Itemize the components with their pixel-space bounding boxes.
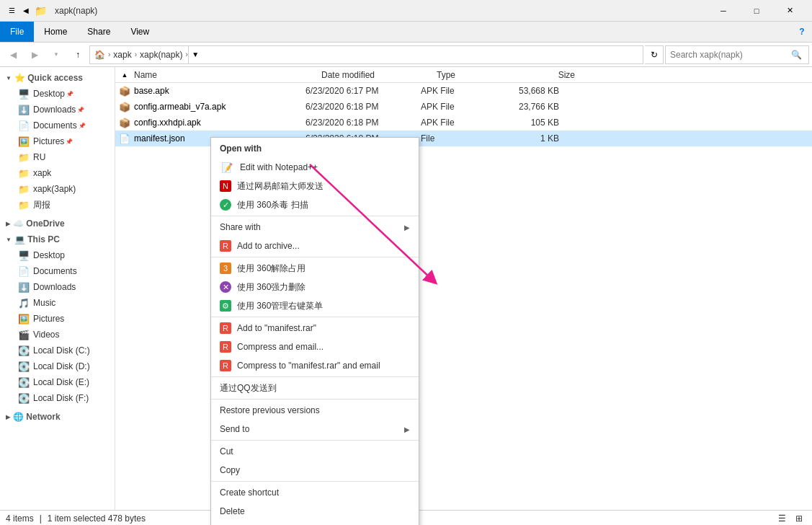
file-name-config-armeabi: config.armeabi_v7a.apk: [134, 102, 305, 112]
ctx-360-scan[interactable]: ✓ 使用 360杀毒 扫描: [211, 195, 419, 214]
file-row-base-apk[interactable]: 📦 base.apk 6/23/2020 6:17 PM APK File 53…: [115, 83, 812, 99]
file-date-config-armeabi: 6/23/2020 6:18 PM: [305, 102, 421, 112]
this-pc-text: 💻 This PC: [14, 234, 60, 244]
disk-e-icon: 💽: [17, 376, 30, 389]
sidebar-item-ru[interactable]: 📁 RU: [0, 149, 115, 165]
quick-access-label[interactable]: ▼ ⭐ Quick access: [0, 70, 115, 86]
up-button[interactable]: ↑: [68, 45, 88, 64]
ctx-share-arrow: ▶: [404, 224, 410, 231]
selection-status: 1 item selected 478 bytes: [48, 513, 146, 524]
ctx-rename[interactable]: Rename: [211, 521, 419, 525]
downloads-label-pc: Downloads: [33, 282, 76, 292]
sidebar-item-desktop-pc[interactable]: 🖥️ Desktop: [0, 247, 115, 263]
address-expand[interactable]: ▼: [188, 45, 202, 64]
ctx-qq-send-label: 通过QQ发送到: [220, 382, 410, 394]
item-count: 4 items: [6, 513, 34, 524]
onedrive-label[interactable]: ▶ ☁️ OneDrive: [0, 216, 115, 231]
sidebar-item-documents-pc[interactable]: 📄 Documents: [0, 263, 115, 279]
ctx-open-with[interactable]: Open with: [211, 139, 419, 158]
ctx-delete[interactable]: Delete: [211, 502, 419, 521]
pictures-label-pc: Pictures: [33, 314, 64, 324]
sidebar-item-pictures-quick[interactable]: 🖼️ Pictures 📌: [0, 133, 115, 149]
help-button[interactable]: ?: [792, 22, 812, 42]
ctx-create-shortcut[interactable]: Create shortcut: [211, 483, 419, 502]
ctx-qq-send[interactable]: 通过QQ发送到: [211, 379, 419, 397]
ctx-netease-mail[interactable]: N 通过网易邮箱大师发送: [211, 177, 419, 195]
tab-file[interactable]: File: [0, 22, 34, 42]
tab-view[interactable]: View: [120, 22, 159, 42]
quick-access-text: ⭐ Quick access: [14, 73, 83, 83]
sidebar: ▼ ⭐ Quick access 🖥️ Desktop 📌 ⬇️ Downloa…: [0, 67, 115, 510]
ctx-add-to-archive[interactable]: R Add to archive...: [211, 237, 419, 255]
sidebar-item-downloads-quick[interactable]: ⬇️ Downloads 📌: [0, 102, 115, 118]
file-row-config-xxhdpi[interactable]: 📦 config.xxhdpi.apk 6/23/2020 6:18 PM AP…: [115, 115, 812, 131]
ctx-360scan-icon: ✓: [220, 199, 231, 211]
crumb-xapknapk[interactable]: xapk(napk): [140, 50, 182, 60]
documents-icon-pc: 📄: [17, 265, 30, 278]
ctx-sep2: [211, 257, 419, 257]
desktop-label-pc: Desktop: [33, 250, 65, 260]
sidebar-item-zhoubao[interactable]: 📁 周报: [0, 197, 115, 213]
ctx-add-rar[interactable]: R Add to "manifest.rar": [211, 319, 419, 338]
col-size-label: Size: [558, 70, 575, 80]
ctx-restore-versions[interactable]: Restore previous versions: [211, 401, 419, 420]
ctx-share-with[interactable]: Share with ▶: [211, 218, 419, 237]
tab-share[interactable]: Share: [77, 22, 120, 42]
ctx-send-to[interactable]: Send to ▶: [211, 420, 419, 438]
ctx-360release-label: 使用 360解除占用: [237, 262, 410, 275]
col-header-date[interactable]: Date modified: [318, 70, 434, 80]
search-box[interactable]: 🔍: [665, 45, 809, 64]
sidebar-item-downloads-pc[interactable]: ⬇️ Downloads: [0, 279, 115, 295]
file-name-config-xxhdpi: config.xxhdpi.apk: [134, 118, 305, 128]
xapk-label: xapk: [33, 168, 51, 178]
large-icons-button[interactable]: ⊞: [792, 511, 806, 526]
sidebar-item-disk-c[interactable]: 💽 Local Disk (C:): [0, 343, 115, 358]
ctx-360-delete[interactable]: ✕ 使用 360强力删除: [211, 278, 419, 296]
sidebar-item-xapk[interactable]: 📁 xapk: [0, 165, 115, 181]
sidebar-item-desktop-quick[interactable]: 🖥️ Desktop 📌: [0, 86, 115, 102]
col-header-type[interactable]: Type: [434, 70, 506, 80]
ctx-compress-email[interactable]: R Compress and email...: [211, 338, 419, 356]
tab-home[interactable]: Home: [34, 22, 77, 42]
title-bar: ☰ ◀ 📁 xapk(napk) ─ □ ✕: [0, 0, 812, 22]
sidebar-item-disk-f[interactable]: 💽 Local Disk (F:): [0, 390, 115, 406]
ctx-copy[interactable]: Copy: [211, 461, 419, 480]
ctx-cut-label: Cut: [220, 446, 410, 456]
ctx-compress-rar-email[interactable]: R Compress to "manifest.rar" and email: [211, 356, 419, 375]
ctx-edit-notepad-label: Edit with Notepad++: [240, 162, 410, 172]
network-label[interactable]: ▶ 🌐 Network: [0, 409, 115, 425]
search-input[interactable]: [670, 50, 789, 60]
search-icon[interactable]: 🔍: [789, 50, 804, 60]
ctx-360-manage[interactable]: ⚙ 使用 360管理右键菜单: [211, 296, 419, 315]
ctx-360manage-icon: ⚙: [220, 300, 231, 312]
pin-icon-downloads: 📌: [77, 107, 84, 113]
col-header-name[interactable]: Name: [131, 70, 318, 80]
ctx-compress-rar-email-label: Compress to "manifest.rar" and email: [237, 361, 410, 371]
file-name-base-apk: base.apk: [134, 86, 305, 96]
refresh-button[interactable]: ↻: [645, 45, 664, 64]
ctx-edit-notepad[interactable]: 📝 Edit with Notepad++: [211, 158, 419, 177]
maximize-button[interactable]: □: [740, 0, 773, 22]
close-button[interactable]: ✕: [773, 0, 806, 22]
disk-f-icon: 💽: [17, 392, 30, 405]
sidebar-item-disk-d[interactable]: 💽 Local Disk (D:): [0, 358, 115, 374]
sidebar-item-documents-quick[interactable]: 📄 Documents 📌: [0, 118, 115, 133]
xapk3apk-label: xapk(3apk): [33, 184, 76, 194]
pin-icon-documents: 📌: [79, 123, 86, 129]
sidebar-item-videos[interactable]: 🎬 Videos: [0, 327, 115, 343]
address-bar[interactable]: 🏠 › xapk › xapk(napk) › ▼: [89, 45, 643, 64]
file-row-config-armeabi[interactable]: 📦 config.armeabi_v7a.apk 6/23/2020 6:18 …: [115, 99, 812, 115]
ctx-cut[interactable]: Cut: [211, 442, 419, 461]
ctx-360-release[interactable]: 3 使用 360解除占用: [211, 259, 419, 278]
crumb-separator2: ›: [135, 50, 137, 58]
crumb-xapk[interactable]: xapk: [113, 50, 131, 60]
col-header-size[interactable]: Size: [506, 70, 578, 80]
this-pc-label[interactable]: ▼ 💻 This PC: [0, 231, 115, 247]
sidebar-item-disk-e[interactable]: 💽 Local Disk (E:): [0, 374, 115, 390]
sidebar-item-xapk3apk[interactable]: 📁 xapk(3apk): [0, 181, 115, 197]
details-view-button[interactable]: ☰: [775, 511, 789, 526]
sidebar-item-music[interactable]: 🎵 Music: [0, 295, 115, 311]
sidebar-item-pictures-pc[interactable]: 🖼️ Pictures: [0, 311, 115, 327]
minimize-button[interactable]: ─: [707, 0, 740, 22]
downloads-label-quick: Downloads: [33, 105, 76, 115]
